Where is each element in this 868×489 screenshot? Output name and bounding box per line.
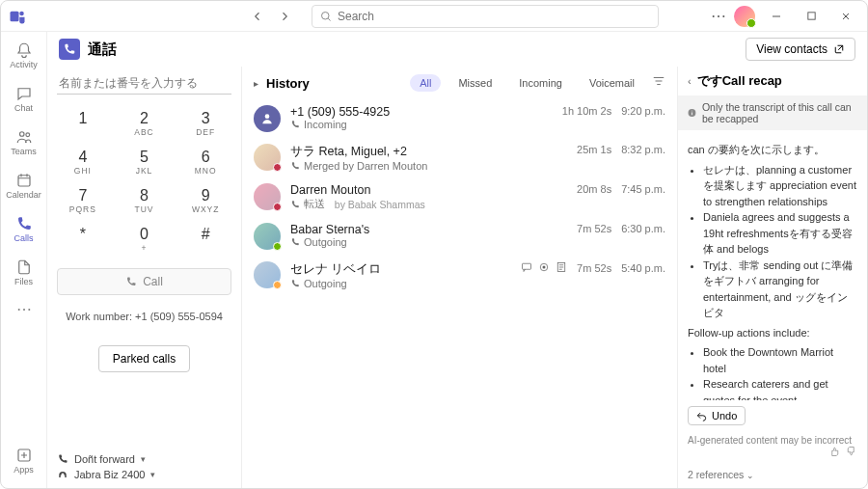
- dial-key-3[interactable]: 3DEF: [179, 108, 231, 139]
- recap-followup-heading: Follow-up actions include:: [688, 325, 857, 341]
- dial-key-8[interactable]: 8TUV: [119, 185, 171, 216]
- dial-input[interactable]: [57, 72, 231, 95]
- call-duration: 1h 10m 2s: [562, 105, 611, 117]
- call-time: 6:30 p.m.: [621, 223, 665, 234]
- audio-device-selector[interactable]: Jabra Biz 2400▾: [57, 467, 231, 482]
- call-type: Outgoing: [290, 278, 511, 289]
- filter-incoming[interactable]: Incoming: [509, 74, 572, 92]
- phone-icon: [125, 276, 137, 287]
- window-close-button[interactable]: [832, 3, 859, 30]
- transcript-action[interactable]: [556, 261, 567, 275]
- history-title: History: [266, 76, 310, 91]
- nav-forward-button[interactable]: [273, 5, 296, 28]
- ai-disclaimer: AI-generated content may be incorrect: [688, 435, 852, 446]
- work-number-label: Work number: +1 (509) 555-0594: [57, 311, 231, 322]
- phone-forward-icon: [57, 453, 68, 465]
- filter-all[interactable]: All: [410, 74, 441, 92]
- chat-action[interactable]: [521, 261, 532, 275]
- history-row[interactable]: Darren Mouton転送 by Babak Shammas20m 8s7:…: [242, 177, 677, 217]
- recap-bullet: Daniela agrees and suggests a 19ht refre…: [703, 209, 857, 258]
- filter-voicemail[interactable]: Voicemail: [580, 74, 644, 92]
- app-rail: Activity Chat Teams Calendar Calls Files…: [1, 32, 47, 488]
- caller-avatar: [254, 223, 281, 250]
- call-type: Outgoing: [290, 236, 567, 248]
- dial-pad: 12ABC3DEF4GHI5JKL6MNO7PQRS8TUV9WXYZ*0+#: [57, 108, 231, 255]
- recap-body: can の要約を次に示します。 セレナは、planning a customer…: [678, 130, 867, 400]
- dial-key-#[interactable]: #: [179, 224, 231, 255]
- filter-icon[interactable]: [652, 74, 665, 92]
- filter-missed[interactable]: Missed: [448, 74, 502, 92]
- history-row[interactable]: セレナ リベイロOutgoing7m 52s5:40 p.m.: [242, 256, 677, 295]
- user-avatar[interactable]: [734, 6, 755, 27]
- dial-key-7[interactable]: 7PQRS: [57, 185, 109, 216]
- svg-rect-0: [11, 11, 19, 21]
- caller-name: +1 (509) 555-4925: [290, 105, 553, 119]
- history-collapse-toggle[interactable]: ▸: [254, 78, 258, 89]
- caller-name: セレナ リベイロ: [290, 261, 511, 278]
- recap-references-toggle[interactable]: 2 references ⌄: [678, 467, 867, 488]
- call-button[interactable]: Call: [57, 268, 231, 295]
- window-maximize-button[interactable]: [798, 3, 825, 30]
- forwarding-setting[interactable]: Doñt forward▾: [57, 451, 231, 467]
- call-type: Merged by Darren Mouton: [290, 160, 567, 172]
- history-list: +1 (509) 555-4925Incoming1h 10m 2s9:20 p…: [242, 99, 677, 488]
- search-icon: [320, 11, 332, 22]
- call-duration: 7m 52s: [577, 223, 611, 234]
- thumbs-up-button[interactable]: [828, 446, 840, 459]
- caller-name: Darren Mouton: [290, 183, 567, 197]
- recap-back-button[interactable]: ‹: [688, 75, 692, 87]
- rail-chat[interactable]: Chat: [3, 81, 45, 117]
- dial-key-*[interactable]: *: [57, 224, 109, 255]
- calls-app-icon: [59, 39, 80, 60]
- undo-button[interactable]: Undo: [688, 406, 746, 425]
- call-duration: 7m 52s: [577, 262, 611, 274]
- svg-point-1: [19, 11, 24, 15]
- rail-apps[interactable]: Apps: [3, 443, 45, 478]
- dial-key-5[interactable]: 5JKL: [119, 147, 171, 177]
- recap-followup-bullet: Research caterers and get quotes for the…: [703, 376, 857, 400]
- dial-key-0[interactable]: 0+: [119, 224, 171, 255]
- dial-key-6[interactable]: 6MNO: [179, 147, 231, 177]
- chevron-icon: ▾: [141, 454, 146, 464]
- rail-more-button[interactable]: ⋯: [16, 300, 32, 318]
- record-action[interactable]: [538, 261, 550, 275]
- dial-key-4[interactable]: 4GHI: [57, 147, 109, 177]
- rail-teams[interactable]: Teams: [3, 124, 45, 160]
- caller-name: サラ Reta, Miguel, +2: [290, 144, 567, 160]
- rail-calendar[interactable]: Calendar: [3, 168, 45, 204]
- recap-info-banner: Only the transcript of this call can be …: [678, 95, 867, 130]
- popout-icon: [833, 43, 845, 55]
- call-time: 5:40 p.m.: [621, 262, 665, 274]
- rail-files[interactable]: Files: [3, 255, 45, 290]
- view-contacts-button[interactable]: View contacts: [746, 38, 855, 61]
- more-menu-button[interactable]: ⋯: [711, 7, 726, 25]
- recap-bullet: セレナは、planning a customerを提案します appreciat…: [703, 162, 857, 210]
- dial-key-1[interactable]: 1: [57, 108, 109, 139]
- call-time: 8:32 p.m.: [621, 144, 665, 155]
- call-time: 7:45 p.m.: [621, 183, 665, 195]
- history-row[interactable]: サラ Reta, Miguel, +2Merged by Darren Mout…: [242, 138, 677, 177]
- call-type: Incoming: [290, 119, 553, 130]
- presence-badge: [273, 163, 282, 172]
- history-row[interactable]: Babar Sterna'sOutgoing7m 52s6:30 p.m.: [242, 217, 677, 256]
- dial-key-9[interactable]: 9WXYZ: [179, 185, 231, 216]
- window-minimize-button[interactable]: [763, 3, 790, 30]
- recap-followup-bullet: Book the Downtown Marriot hotel: [703, 344, 857, 376]
- caller-avatar: [254, 105, 281, 132]
- svg-point-4: [19, 132, 24, 137]
- caller-avatar: [254, 261, 281, 288]
- dial-key-2[interactable]: 2ABC: [119, 108, 171, 139]
- history-row[interactable]: +1 (509) 555-4925Incoming1h 10m 2s9:20 p…: [242, 99, 677, 138]
- search-input[interactable]: [338, 10, 650, 23]
- call-duration: 20m 8s: [577, 183, 611, 195]
- thumbs-down-button[interactable]: [846, 446, 857, 459]
- search-box[interactable]: [312, 5, 659, 28]
- parked-calls-button[interactable]: Parked calls: [98, 345, 190, 372]
- svg-point-11: [543, 266, 546, 269]
- svg-point-2: [322, 12, 330, 19]
- rail-calls[interactable]: Calls: [3, 211, 45, 247]
- caller-avatar: [254, 183, 281, 210]
- rail-activity[interactable]: Activity: [3, 38, 45, 73]
- nav-back-button[interactable]: [246, 5, 269, 28]
- recap-intro: can の要約を次に示します。: [688, 142, 857, 158]
